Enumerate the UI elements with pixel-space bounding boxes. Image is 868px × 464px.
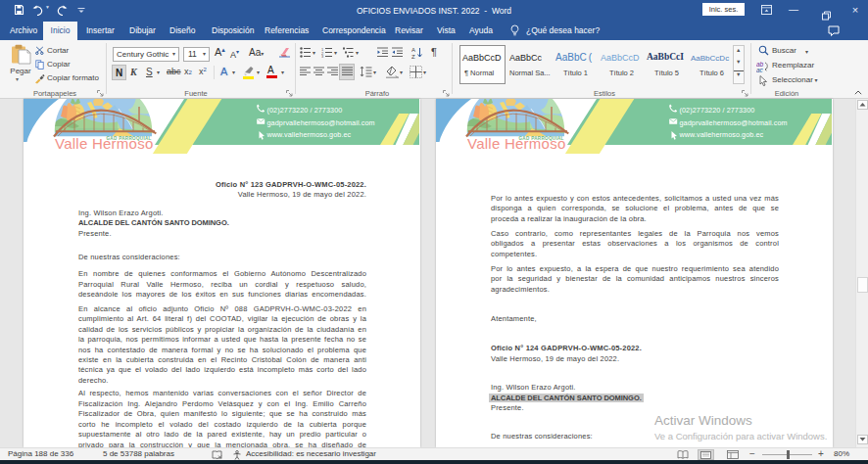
svg-text:Valle Hermoso: Valle Hermoso	[467, 135, 566, 152]
svg-text:Valle Hermoso: Valle Hermoso	[55, 135, 154, 152]
svg-text:3: 3	[321, 54, 324, 58]
svg-text:Z: Z	[411, 54, 415, 60]
svg-text:gadprvallehermoso@hotmail.com: gadprvallehermoso@hotmail.com	[680, 118, 788, 127]
svg-text:gadprvallehermoso@hotmail.com: gadprvallehermoso@hotmail.com	[267, 118, 375, 127]
svg-text:(02)2773220 / 2773300: (02)2773220 / 2773300	[267, 106, 343, 115]
svg-text:(02)2773220 / 2773300: (02)2773220 / 2773300	[680, 106, 755, 115]
svg-text:www.vallehermoso.gob.ec: www.vallehermoso.gob.ec	[679, 130, 764, 139]
svg-text:A: A	[411, 47, 415, 53]
svg-text:www.vallehermoso.gob.ec: www.vallehermoso.gob.ec	[266, 130, 352, 139]
svg-text:ac: ac	[756, 67, 764, 72]
